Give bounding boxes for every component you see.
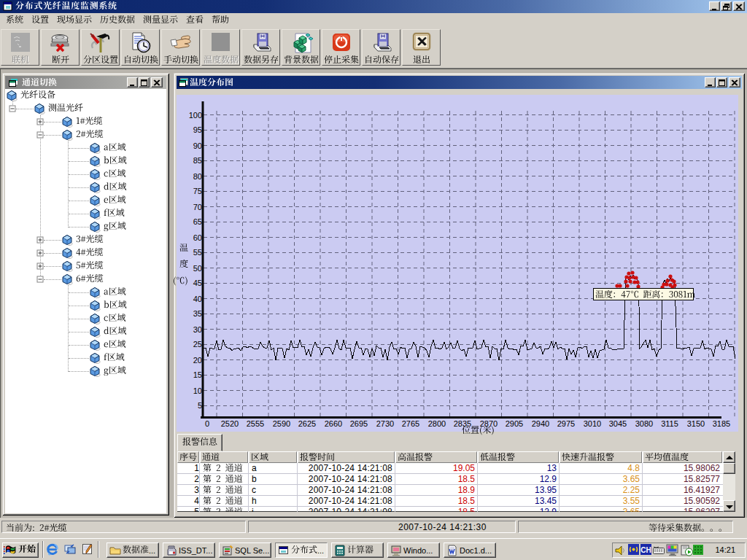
svg-text:CH: CH xyxy=(640,546,651,554)
